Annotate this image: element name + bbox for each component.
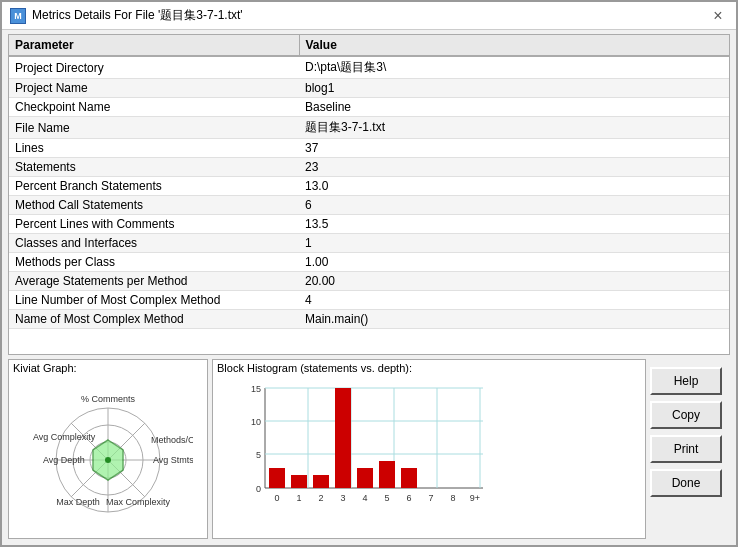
main-window: M Metrics Details For File '题目集3-7-1.txt… — [0, 0, 738, 547]
svg-text:Avg Depth: Avg Depth — [43, 455, 85, 465]
value-cell: 6 — [299, 196, 729, 215]
svg-text:15: 15 — [251, 384, 261, 394]
table-scroll-area[interactable]: Parameter Value Project DirectoryD:\pta\… — [9, 35, 729, 354]
kiviat-graph: % Comments Methods/Class Avg Stmts/Metho… — [23, 385, 193, 530]
title-bar-left: M Metrics Details For File '题目集3-7-1.txt… — [10, 7, 243, 24]
table-row: Project Nameblog1 — [9, 79, 729, 98]
svg-text:Max Complexity: Max Complexity — [106, 497, 171, 507]
value-cell: 23 — [299, 158, 729, 177]
param-cell: Average Statements per Method — [9, 272, 299, 291]
value-cell: 37 — [299, 139, 729, 158]
table-row: Checkpoint NameBaseline — [9, 98, 729, 117]
svg-text:4: 4 — [362, 493, 367, 503]
metrics-table-section: Parameter Value Project DirectoryD:\pta\… — [8, 34, 730, 355]
param-cell: Methods per Class — [9, 253, 299, 272]
bottom-section: Kiviat Graph: — [8, 359, 730, 539]
histogram-panel: Block Histogram (statements vs. depth): — [212, 359, 646, 539]
value-cell: 13.0 — [299, 177, 729, 196]
svg-text:Max Depth: Max Depth — [56, 497, 100, 507]
svg-rect-34 — [357, 468, 373, 488]
svg-text:10: 10 — [251, 417, 261, 427]
value-cell: 13.5 — [299, 215, 729, 234]
table-row: Average Statements per Method20.00 — [9, 272, 729, 291]
svg-text:0: 0 — [274, 493, 279, 503]
param-cell: Lines — [9, 139, 299, 158]
svg-text:8: 8 — [450, 493, 455, 503]
svg-text:3: 3 — [340, 493, 345, 503]
svg-rect-32 — [313, 475, 329, 488]
svg-rect-30 — [269, 468, 285, 488]
table-row: Methods per Class1.00 — [9, 253, 729, 272]
buttons-panel: Help Copy Print Done — [650, 359, 730, 539]
copy-button[interactable]: Copy — [650, 401, 722, 429]
value-cell: 1 — [299, 234, 729, 253]
kiviat-panel: Kiviat Graph: — [8, 359, 208, 539]
table-row: Line Number of Most Complex Method4 — [9, 291, 729, 310]
svg-text:Avg Stmts/Method: Avg Stmts/Method — [153, 455, 193, 465]
table-row: Percent Lines with Comments13.5 — [9, 215, 729, 234]
value-cell: 1.00 — [299, 253, 729, 272]
value-cell: 4 — [299, 291, 729, 310]
svg-text:Avg Complexity: Avg Complexity — [33, 432, 96, 442]
close-button[interactable]: × — [708, 6, 728, 26]
metrics-table: Parameter Value Project DirectoryD:\pta\… — [9, 35, 729, 329]
done-button[interactable]: Done — [650, 469, 722, 497]
table-row: Project DirectoryD:\pta\题目集3\ — [9, 56, 729, 79]
param-cell: Project Directory — [9, 56, 299, 79]
param-cell: Percent Lines with Comments — [9, 215, 299, 234]
svg-text:0: 0 — [256, 484, 261, 494]
print-button[interactable]: Print — [650, 435, 722, 463]
svg-text:Methods/Class: Methods/Class — [151, 435, 193, 445]
svg-rect-35 — [379, 461, 395, 488]
value-cell: Baseline — [299, 98, 729, 117]
value-cell: 20.00 — [299, 272, 729, 291]
value-cell: D:\pta\题目集3\ — [299, 56, 729, 79]
table-row: File Name题目集3-7-1.txt — [9, 117, 729, 139]
table-row: Lines37 — [9, 139, 729, 158]
param-cell: Name of Most Complex Method — [9, 310, 299, 329]
window-title: Metrics Details For File '题目集3-7-1.txt' — [32, 7, 243, 24]
svg-point-8 — [105, 457, 111, 463]
table-row: Percent Branch Statements13.0 — [9, 177, 729, 196]
table-row: Classes and Interfaces1 — [9, 234, 729, 253]
svg-rect-31 — [291, 475, 307, 488]
help-button[interactable]: Help — [650, 367, 722, 395]
svg-text:7: 7 — [428, 493, 433, 503]
svg-text:6: 6 — [406, 493, 411, 503]
svg-text:9+: 9+ — [470, 493, 480, 503]
col-header-value: Value — [299, 35, 729, 56]
value-cell: blog1 — [299, 79, 729, 98]
svg-text:2: 2 — [318, 493, 323, 503]
table-row: Method Call Statements6 — [9, 196, 729, 215]
svg-text:5: 5 — [256, 450, 261, 460]
param-cell: Project Name — [9, 79, 299, 98]
param-cell: Classes and Interfaces — [9, 234, 299, 253]
table-row: Statements23 — [9, 158, 729, 177]
value-cell: 题目集3-7-1.txt — [299, 117, 729, 139]
svg-rect-36 — [401, 468, 417, 488]
param-cell: Percent Branch Statements — [9, 177, 299, 196]
histogram-graph: 0 5 10 15 — [243, 388, 637, 518]
table-row: Name of Most Complex MethodMain.main() — [9, 310, 729, 329]
svg-text:5: 5 — [384, 493, 389, 503]
kiviat-label: Kiviat Graph: — [9, 360, 207, 376]
param-cell: Method Call Statements — [9, 196, 299, 215]
value-cell: Main.main() — [299, 310, 729, 329]
param-cell: Checkpoint Name — [9, 98, 299, 117]
title-bar: M Metrics Details For File '题目集3-7-1.txt… — [2, 2, 736, 30]
param-cell: Line Number of Most Complex Method — [9, 291, 299, 310]
histogram-label: Block Histogram (statements vs. depth): — [213, 360, 645, 376]
histogram-container: 0 5 10 15 — [213, 376, 645, 538]
svg-text:% Comments: % Comments — [81, 394, 136, 404]
window-icon: M — [10, 8, 26, 24]
kiviat-container: % Comments Methods/Class Avg Stmts/Metho… — [9, 376, 207, 538]
svg-text:1: 1 — [296, 493, 301, 503]
col-header-param: Parameter — [9, 35, 299, 56]
param-cell: Statements — [9, 158, 299, 177]
param-cell: File Name — [9, 117, 299, 139]
svg-rect-33 — [335, 388, 351, 488]
